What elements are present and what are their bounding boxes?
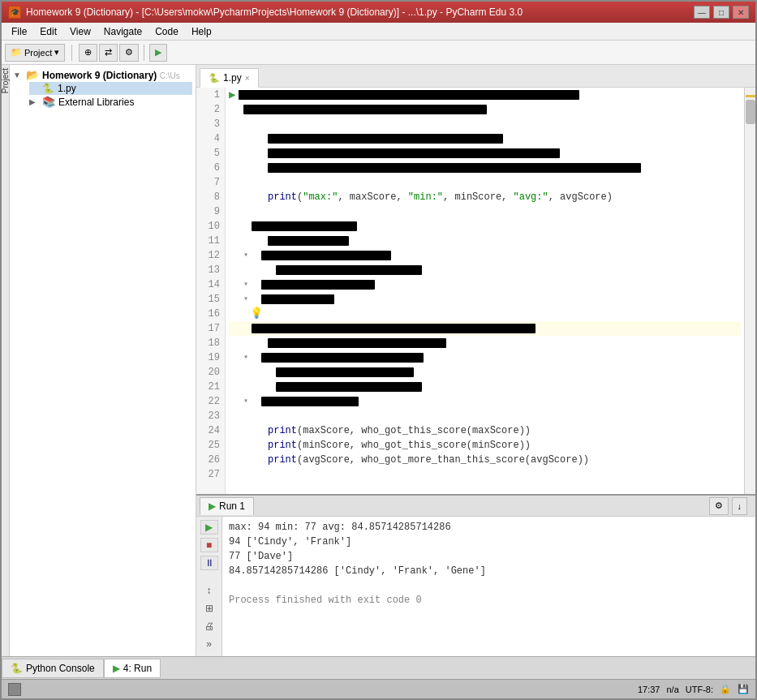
code-line-14: ▾ <box>229 277 741 292</box>
menu-edit[interactable]: Edit <box>33 24 63 39</box>
menu-view[interactable]: View <box>63 24 97 39</box>
line-num-1: 1 <box>196 88 225 102</box>
title-bar: 🎓 Homework 9 (Dictionary) - [C:\Users\mo… <box>2 2 755 23</box>
toolbar-sep2 <box>144 45 144 61</box>
line-num-10: 10 <box>196 219 225 234</box>
redacted-17 <box>252 324 535 333</box>
fold-marker-14: ▾ <box>243 277 253 292</box>
menu-navigate[interactable]: Navigate <box>97 24 148 39</box>
line-num-13: 13 <box>196 263 225 277</box>
menu-help[interactable]: Help <box>185 24 218 39</box>
redacted-18 <box>268 338 446 348</box>
run-tab-bottom-icon: ▶ <box>113 663 120 674</box>
code-line-18 <box>229 336 741 350</box>
run-rerun-btn[interactable]: ↕ <box>200 583 218 598</box>
folder-icon: 📂 <box>26 69 39 81</box>
tree-file-1py[interactable]: 🐍 1.py <box>29 82 192 95</box>
main-area: Project ▼ 📂 Homework 9 (Dictionary) C:\U… <box>2 65 755 656</box>
line-num-12: 12 <box>196 248 225 263</box>
redacted-5 <box>268 148 560 158</box>
run-stop-btn[interactable]: ■ <box>200 538 218 552</box>
tab-name: 1.py <box>223 72 242 84</box>
run-label-text: Run <box>219 500 237 512</box>
line-num-26: 26 <box>196 453 225 467</box>
bottom-panel-tabs: ▶ Run 1 <box>200 496 254 517</box>
output-line-5 <box>229 578 749 593</box>
redacted-6 <box>268 163 641 173</box>
run-more-btn[interactable]: » <box>200 637 218 651</box>
output-line-3: 77 ['Dave'] <box>229 549 749 564</box>
run-arrow-icon: ▶ <box>229 88 235 102</box>
run-side-tools: ▶ ■ ⏸ ↕ ⊞ 🖨 » <box>196 517 222 656</box>
status-bar: 17:37 n/a UTF-8: 🔒 💾 <box>2 679 755 698</box>
toolbar-actions: ⊕ ⇄ ⚙ ▶ <box>79 44 167 62</box>
editor-content[interactable]: 1 2 3 4 5 6 7 8 9 10 11 12 13 14 15 16 1 <box>196 88 755 494</box>
status-save-icon: 💾 <box>738 684 749 694</box>
bulb-icon: 💡 <box>250 307 263 321</box>
code-line-22: ▾ <box>229 394 741 409</box>
tab-bar: 🐍 1.py × <box>196 65 755 88</box>
run-tab-label: Run 1 <box>219 500 245 512</box>
scroll-thumb[interactable] <box>746 100 755 124</box>
toolbar-sync-btn[interactable]: ⇄ <box>99 44 118 62</box>
run-pause-btn[interactable]: ⏸ <box>200 556 218 570</box>
window-title: Homework 9 (Dictionary) - [C:\Users\mokw… <box>26 6 523 18</box>
toolbar-project-group: 📁 Project ▾ <box>5 44 65 62</box>
root-path: C:\Us <box>160 71 180 80</box>
toolbar-add-btn[interactable]: ⊕ <box>79 44 97 62</box>
redacted-22 <box>261 397 359 406</box>
redacted-21 <box>276 382 422 392</box>
menu-file[interactable]: File <box>5 24 33 39</box>
code-text-25: print(minScore, who_got_this_score(minSc… <box>268 438 531 453</box>
window-controls[interactable]: — □ ✕ <box>694 6 749 19</box>
menu-code[interactable]: Code <box>148 24 185 39</box>
side-project-label[interactable]: Project <box>2 68 10 93</box>
code-text-24: print(maxScore, who_got_this_score(maxSc… <box>268 423 531 438</box>
run-tab-bottom[interactable]: ▶ 4: Run <box>104 659 161 678</box>
redacted-2 <box>243 105 487 114</box>
maximize-button[interactable]: □ <box>713 6 729 19</box>
panel-actions: ⚙ ↓ <box>704 496 753 517</box>
line-num-5: 5 <box>196 146 225 161</box>
line-num-25: 25 <box>196 438 225 453</box>
line-num-17: 17 <box>196 321 225 336</box>
code-line-23 <box>229 409 741 423</box>
tab-close-btn[interactable]: × <box>245 74 250 83</box>
run-tab-bottom-label: 4: Run <box>123 663 152 674</box>
code-line-20 <box>229 365 741 380</box>
line-num-8: 8 <box>196 190 225 204</box>
project-dropdown[interactable]: 📁 Project ▾ <box>5 44 65 62</box>
run-scroll-btn[interactable]: ⊞ <box>200 601 218 616</box>
code-line-9 <box>229 204 741 219</box>
line-num-6: 6 <box>196 161 225 175</box>
line-num-16: 16 <box>196 307 225 321</box>
right-scrollbar[interactable] <box>744 88 755 494</box>
run-print-btn[interactable]: 🖨 <box>200 619 218 633</box>
tab-run[interactable]: ▶ Run 1 <box>200 497 254 515</box>
redacted-14 <box>261 280 375 290</box>
code-line-19: ▾ <box>229 350 741 365</box>
redacted-13 <box>276 265 422 275</box>
editor-area: 🐍 1.py × 1 2 3 4 5 6 7 8 9 10 <box>196 65 755 656</box>
close-button[interactable]: ✕ <box>733 6 749 19</box>
fold-marker-15: ▾ <box>243 292 253 307</box>
run-play-btn[interactable]: ▶ <box>200 520 218 535</box>
tree-ext-libs[interactable]: ▶ 📚 External Libraries <box>29 95 192 109</box>
code-line-11 <box>229 234 741 248</box>
code-line-27 <box>229 467 741 482</box>
tree-root[interactable]: ▼ 📂 Homework 9 (Dictionary) C:\Us <box>13 68 192 82</box>
output-line-1: max: 94 min: 77 avg: 84.85714285714286 <box>229 520 749 535</box>
toolbar-settings-btn[interactable]: ⚙ <box>119 44 139 62</box>
minimize-button[interactable]: — <box>694 6 710 19</box>
redacted-12 <box>261 251 391 260</box>
status-right: 17:37 n/a UTF-8: 🔒 💾 <box>638 684 749 694</box>
panel-settings-btn[interactable]: ⚙ <box>709 497 729 515</box>
tree-root-arrow: ▼ <box>13 71 23 79</box>
line-num-9: 9 <box>196 204 225 219</box>
code-line-24: print(maxScore, who_got_this_score(maxSc… <box>229 423 741 438</box>
panel-close-btn[interactable]: ↓ <box>732 497 748 515</box>
toolbar-run-btn[interactable]: ▶ <box>149 44 167 62</box>
tab-1py[interactable]: 🐍 1.py × <box>200 68 259 88</box>
code-area[interactable]: ▶ <box>226 88 744 494</box>
python-console-tab[interactable]: 🐍 Python Console <box>2 659 104 678</box>
